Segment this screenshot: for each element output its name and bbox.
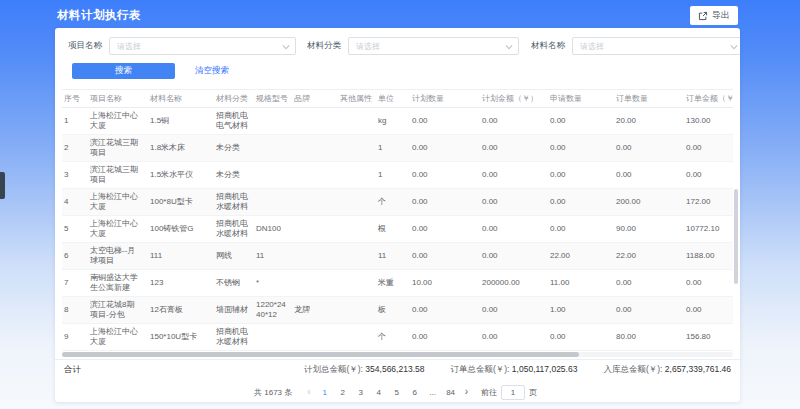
table-cell: 龙牌 — [292, 297, 338, 324]
goto-page-input[interactable] — [501, 385, 525, 400]
table-cell: 20.00 — [614, 108, 684, 135]
table-cell: 个 — [376, 324, 410, 351]
table-cell: 123 — [148, 270, 214, 297]
prev-page-button[interactable]: ‹ — [302, 387, 315, 397]
column-header: 材料分类 — [214, 90, 254, 108]
table-cell: 0.00 — [614, 270, 684, 297]
planned-total: 计划总金额(￥): 354,566,213.58 — [304, 364, 425, 376]
table-cell: 1.5铜 — [148, 108, 214, 135]
table-row: 3滨江花城三期项目1.5米水平仪未分类10.000.000.000.000.00 — [62, 162, 733, 189]
table-cell: 0.00 — [480, 324, 548, 351]
table-cell: 0.00 — [410, 189, 480, 216]
sidebar-collapse-handle[interactable] — [0, 172, 5, 199]
column-header: 其他属性 — [338, 90, 376, 108]
export-icon — [698, 11, 708, 21]
more-pages-button[interactable]: ... — [426, 388, 440, 397]
horizontal-scrollbar-thumb[interactable] — [62, 352, 579, 357]
table-cell: 0.00 — [614, 297, 684, 324]
table-cell: 太空电梯--月球项目 — [88, 243, 148, 270]
horizontal-scrollbar[interactable] — [62, 352, 733, 357]
order-total: 订单总金额(￥): 1,050,117,025.63 — [450, 364, 577, 376]
page-button[interactable]: 84 — [444, 388, 458, 397]
table-cell — [292, 243, 338, 270]
table-cell: 11.00 — [548, 270, 614, 297]
table-cell: 0.00 — [410, 135, 480, 162]
table-cell: 8 — [62, 297, 88, 324]
table-cell: 0.00 — [480, 189, 548, 216]
table-cell: 7 — [62, 270, 88, 297]
filter-material-category: 材料分类 请选择 — [307, 37, 531, 55]
total-count: 共 1673 条 — [254, 387, 292, 398]
table-cell — [338, 162, 376, 189]
table-cell: 南铜盛达大学生公寓新建 — [88, 270, 148, 297]
table-cell: 5 — [62, 216, 88, 243]
column-header: 序号 — [62, 90, 88, 108]
column-header: 品牌 — [292, 90, 338, 108]
table-cell: 上海松江中心大厦 — [88, 108, 148, 135]
table-cell: 200.00 — [614, 189, 684, 216]
column-header: 计划数量 — [410, 90, 480, 108]
order-total-value: 1,050,117,025.63 — [512, 364, 578, 374]
table-cell — [292, 135, 338, 162]
table-cell: 0.00 — [548, 108, 614, 135]
table-cell — [292, 216, 338, 243]
table-cell: 0.00 — [480, 297, 548, 324]
pagination: 共 1673 条 ‹ 123456...84 › 前往 页 — [55, 380, 740, 402]
material-category-placeholder: 请选择 — [356, 41, 380, 52]
table-cell: 板 — [376, 297, 410, 324]
page-button[interactable]: 6 — [408, 388, 422, 397]
table-cell: 0.00 — [480, 108, 548, 135]
table-cell: 80.00 — [614, 324, 684, 351]
table-cell: 4 — [62, 189, 88, 216]
table-cell: 150*10U型卡 — [148, 324, 214, 351]
page-button[interactable]: 2 — [336, 388, 350, 397]
table-cell: 3 — [62, 162, 88, 189]
table-cell: 滨江花城三期项目 — [88, 162, 148, 189]
export-button-label: 导出 — [712, 9, 730, 22]
table-cell: 招商机电 水暖材料 — [214, 324, 254, 351]
filter-bar: 项目名称 请选择 材料分类 请选择 材料名称 请选择 — [55, 28, 740, 55]
export-button[interactable]: 导出 — [690, 6, 738, 25]
table-cell: 22.00 — [548, 243, 614, 270]
table-cell — [292, 162, 338, 189]
material-name-select[interactable]: 请选择 — [572, 37, 740, 55]
material-category-select[interactable]: 请选择 — [348, 37, 519, 55]
table-row: 8滨江花城8期项目-分包12石膏板墙面辅材1220*2440*12龙牌板0.00… — [62, 297, 733, 324]
planned-total-value: 354,566,213.58 — [365, 364, 424, 374]
table-cell: 招商机电 水暖材料 — [214, 216, 254, 243]
table-cell — [292, 108, 338, 135]
page-button[interactable]: 5 — [390, 388, 404, 397]
search-button[interactable]: 搜索 — [72, 63, 175, 79]
table-cell — [254, 189, 292, 216]
clear-search-link[interactable]: 清空搜索 — [195, 65, 229, 77]
table-cell: 0.00 — [684, 135, 733, 162]
vertical-scrollbar-thumb[interactable] — [734, 189, 738, 284]
inbound-total: 入库总金额(￥): 2,657,339,761.46 — [603, 364, 731, 376]
table-cell: 0.00 — [480, 135, 548, 162]
next-page-button[interactable]: › — [460, 387, 473, 397]
column-header: 单位 — [376, 90, 410, 108]
table-cell — [254, 108, 292, 135]
page-button[interactable]: 3 — [354, 388, 368, 397]
project-name-select[interactable]: 请选择 — [109, 37, 296, 55]
table-cell: 招商机电 电气材料 — [214, 108, 254, 135]
page-button[interactable]: 4 — [372, 388, 386, 397]
table-row: 2滨江花城三期项目1.8米木床未分类10.000.000.000.000.00 — [62, 135, 733, 162]
table-cell: 0.00 — [480, 216, 548, 243]
column-header: 订单金额（￥） — [684, 90, 733, 108]
table-cell: 1.5米水平仪 — [148, 162, 214, 189]
inbound-total-label: 入库总金额(￥): — [603, 364, 662, 374]
table-container: 序号项目名称材料名称材料分类规格型号品牌其他属性单位计划数量计划金额（￥）申请数… — [62, 89, 733, 351]
table-cell: 滨江花城8期项目-分包 — [88, 297, 148, 324]
table-cell — [292, 324, 338, 351]
page-button[interactable]: 1 — [318, 388, 332, 397]
page-title: 材料计划执行表 — [57, 8, 141, 23]
project-name-label: 项目名称 — [68, 40, 102, 52]
table-cell: 上海松江中心大厦 — [88, 216, 148, 243]
table-cell: 1188.00 — [684, 243, 733, 270]
table-cell: 1220*2440*12 — [254, 297, 292, 324]
table-cell — [254, 162, 292, 189]
filter-project-name: 项目名称 请选择 — [68, 37, 307, 55]
planned-total-label: 计划总金额(￥): — [304, 364, 363, 374]
table-cell: 上海松江中心大厦 — [88, 324, 148, 351]
